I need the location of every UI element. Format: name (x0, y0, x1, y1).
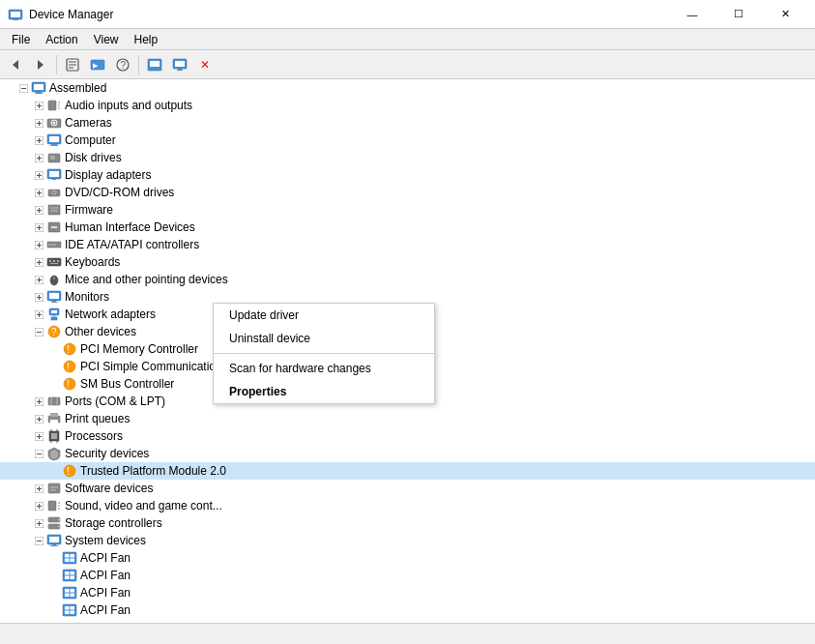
tree-item-audio[interactable]: Audio inputs and outputs (0, 97, 815, 114)
tree-item-assembled[interactable]: Assembled (0, 79, 815, 97)
context-menu-item-uninstall-device[interactable]: Uninstall device (214, 327, 434, 350)
expand-icon[interactable] (31, 272, 46, 287)
expand-icon[interactable] (46, 585, 62, 600)
back-button[interactable] (4, 53, 27, 76)
maximize-button[interactable]: ☐ (716, 5, 761, 24)
help-button[interactable]: ? (111, 53, 134, 76)
update-driver-button[interactable]: ▶ (86, 53, 109, 76)
expand-icon[interactable] (46, 463, 62, 479)
tree-item-storage[interactable]: Storage controllers (0, 514, 815, 532)
tree-item-tpm[interactable]: !Trusted Platform Module 2.0 (0, 462, 815, 480)
expand-icon[interactable] (31, 237, 46, 252)
tree-item-mice[interactable]: Mice and other pointing devices (0, 271, 815, 288)
tree-item-system[interactable]: System devices (0, 532, 815, 549)
svg-rect-42 (49, 136, 59, 142)
svg-rect-86 (50, 263, 58, 264)
network-icon (46, 307, 62, 322)
tree-label-fan4: ACPI Fan (80, 603, 131, 617)
forward-button[interactable] (29, 53, 52, 76)
expand-icon[interactable] (31, 515, 46, 531)
properties-button[interactable] (61, 53, 84, 76)
tree-item-keyboards[interactable]: Keyboards (0, 253, 815, 271)
tree-item-dvd[interactable]: DVD/CD-ROM drives (0, 184, 815, 201)
svg-point-112 (64, 361, 75, 372)
tree-item-fan2[interactable]: ACPI Fan (0, 567, 815, 584)
other-icon: ? (46, 324, 62, 339)
tree-item-proc[interactable]: Processors (0, 427, 815, 445)
fan-icon (62, 602, 77, 618)
expand-icon[interactable] (31, 132, 46, 148)
svg-rect-103 (51, 310, 57, 313)
context-menu-item-scan-changes[interactable]: Scan for hardware changes (214, 357, 434, 380)
expand-icon[interactable] (46, 341, 62, 357)
menu-file[interactable]: File (4, 31, 38, 48)
minimize-button[interactable]: — (670, 5, 714, 24)
expand-icon[interactable] (31, 150, 46, 165)
expand-icon[interactable] (46, 568, 62, 583)
ports-icon (46, 394, 62, 409)
svg-point-37 (53, 122, 56, 125)
expand-icon[interactable] (31, 324, 46, 339)
expand-icon[interactable] (15, 80, 31, 96)
svg-marker-3 (13, 60, 18, 70)
tree-label-firmware: Firmware (65, 203, 113, 217)
tree-item-display[interactable]: Display adapters (0, 166, 815, 184)
tree-item-sound[interactable]: Sound, video and game cont... (0, 497, 815, 514)
expand-icon[interactable] (31, 446, 46, 461)
expand-icon[interactable] (31, 411, 46, 426)
context-menu-item-properties[interactable]: Properties (214, 380, 434, 403)
tree-item-computer[interactable]: Computer (0, 132, 815, 149)
svg-rect-166 (50, 545, 58, 546)
expand-icon[interactable] (31, 307, 46, 322)
tree-item-fan1[interactable]: ACPI Fan (0, 549, 815, 567)
tree-item-software[interactable]: Software devices (0, 480, 815, 497)
expand-icon[interactable] (31, 254, 46, 270)
expand-icon[interactable] (31, 115, 46, 131)
tree-item-hid[interactable]: Human Interface Devices (0, 219, 815, 236)
app-icon (8, 7, 23, 22)
expand-icon[interactable] (31, 394, 46, 409)
ide-icon (46, 237, 62, 252)
expand-icon[interactable] (46, 550, 62, 566)
svg-point-139 (64, 465, 75, 477)
monitor-button[interactable] (168, 53, 191, 76)
expand-icon[interactable] (46, 376, 62, 392)
expand-icon[interactable] (31, 481, 46, 496)
expand-icon[interactable] (31, 202, 46, 218)
expand-icon[interactable] (31, 428, 46, 444)
context-menu-item-update-driver[interactable]: Update driver (214, 304, 434, 327)
tree-item-fan3[interactable]: ACPI Fan (0, 584, 815, 601)
svg-rect-127 (50, 420, 58, 424)
expand-icon[interactable] (31, 533, 46, 548)
tree-label-system: System devices (65, 534, 146, 547)
tree-item-disk[interactable]: Disk drives (0, 149, 815, 166)
tree-item-print[interactable]: Print queues (0, 410, 815, 427)
camera-icon (46, 115, 62, 131)
tree-item-security[interactable]: Security devices (0, 445, 815, 462)
scan-hardware-button[interactable] (143, 53, 166, 76)
expand-icon[interactable] (46, 602, 62, 618)
svg-rect-64 (48, 205, 60, 215)
svg-point-159 (58, 519, 60, 521)
tree-item-ide[interactable]: IDE ATA/ATAPI controllers (0, 236, 815, 253)
close-button[interactable]: ✕ (763, 5, 807, 24)
expand-icon[interactable] (31, 289, 46, 305)
expand-icon[interactable] (31, 167, 46, 183)
expand-icon[interactable] (46, 359, 62, 374)
expand-icon[interactable] (31, 498, 46, 513)
menu-view[interactable]: View (86, 31, 127, 48)
title-bar: Device Manager — ☐ ✕ (0, 0, 815, 29)
tree-item-fan4[interactable]: ACPI Fan (0, 601, 815, 619)
computer-icon (46, 132, 62, 148)
tree-item-cameras[interactable]: Cameras (0, 114, 815, 132)
remove-button[interactable]: ✕ (193, 53, 217, 76)
expand-icon[interactable] (31, 220, 46, 235)
tree-label-fan3: ACPI Fan (80, 586, 131, 600)
expand-icon[interactable] (31, 185, 46, 200)
tree-label-storage: Storage controllers (65, 516, 162, 530)
tree-item-firmware[interactable]: Firmware (0, 201, 815, 219)
expand-icon[interactable] (31, 98, 46, 113)
svg-rect-83 (49, 260, 51, 262)
menu-help[interactable]: Help (127, 31, 166, 48)
menu-action[interactable]: Action (38, 31, 85, 48)
